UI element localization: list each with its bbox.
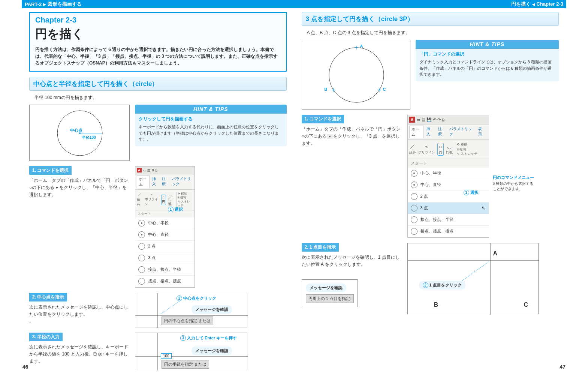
tab-insert[interactable]: 挿入 [425,126,435,138]
app-icon: A [137,168,142,172]
tab-param[interactable]: パラメトリック [170,176,193,188]
anno-select-1: 1選択 [168,207,183,212]
section1-lead: 半径 100 mmの円を描きます。 [29,94,287,101]
anno-input-enter: 3入力して Enter キーを押す [180,335,237,341]
tool-arc[interactable]: 円弧 [168,197,174,207]
tool-line[interactable]: 線分 [409,150,416,155]
menu-item-3point[interactable]: 3 点 [135,252,195,264]
figure-circle-center-radius: 中心点 半径100 [29,105,130,161]
ribbon-mock-big: A▭ ▤ 💾 ↶ ↷ ⎙ ホーム挿入注釈パラメトリック表示 ／線分 ⌁ポリライン… [407,115,489,238]
anno-msg-confirm-3: メッセージを確認 [192,346,232,355]
step1-body: 「ホーム」タブの「作成」パネルで「円」ボタン○の下にある ▾ をクリックし、「中… [29,177,130,199]
fig-pt-c: C [524,302,528,308]
svg-line-5 [161,301,180,314]
anno-msg-confirm: メッセージを確認 [192,305,232,314]
ribbon-mock-small: A▭ ▤ ⧉ ⎙ ホーム挿入注釈パラメトリック ／線分 ⌁ポリライン ○円 ◡円… [135,166,195,288]
msg-prompt-box: メッセージを確認 円周上の 1 点目を指定: [302,279,358,307]
left-page: Chapter 2-3 円を描く 円を描く方法は、作図条件によって 6 通りの中… [22,12,294,375]
start-tab[interactable]: スタート [135,210,195,218]
figure-step3: 3入力して Enter キーを押す メッセージを確認 100 円の半径を指定 ま… [135,333,247,370]
tool-line[interactable]: 線分 [137,198,142,207]
tool-arc[interactable]: 円弧 [446,150,453,155]
right-page: 3 点を指定して円を描く（circle 3P） A 点、B 点、C 点の 3 点… [294,12,567,375]
dropdown-button[interactable]: ▾ [327,134,333,139]
part-title: 図形を描画する [48,1,82,8]
fig-pt-b: B [434,302,438,308]
chapter-desc: 円を描く方法は、作図条件によって 6 通りの中から選択できます。描きたい円に合っ… [30,46,286,71]
section2-lead: A 点、B 点、C 点の 3 点を指定して円を描きます。 [302,30,559,36]
input-value-100[interactable]: 100 [161,353,172,359]
figure-3p-circle: A B C [302,40,410,110]
tool-circle[interactable]: 円 [162,200,165,204]
figure-step2: 2中心点をクリック メッセージを確認 円の中心点を指定 または [135,293,247,327]
menu-item-center-diameter[interactable]: 中心、直径 [135,229,195,241]
app-icon: A [409,117,415,123]
tool-stretch[interactable]: ストレッチ [461,152,477,156]
hint-title: クリックして円を描画する [135,114,287,123]
hint-header-2: HINT & TIPS [416,40,559,49]
page-header: PART-2 ▶ 図形を描画する 円を描く ◀ Chapter 2-3 [22,0,566,8]
pt-b: B [325,87,328,92]
part-number: PART-2 [25,2,42,7]
step1-bar: 1. コマンドを選択 [29,166,72,175]
tab-home[interactable]: ホーム [409,126,424,138]
chapter-label: Chapter 2-3 [30,13,286,25]
menu-item-2point[interactable]: 2 点 [135,241,195,252]
cursor-icon: ↖ [482,205,486,211]
step2-body: 次に表示されたメッセージを確認し、中心点にしたい位置をクリックします。 [29,304,130,318]
tab-insert[interactable]: 挿入 [150,176,160,188]
menu-item-center-radius[interactable]: 中心、半径 [408,168,489,179]
triangle-right-icon: ▶ [43,2,46,6]
pt-a: A [360,44,363,48]
step3-bar: 3. 半径の入力 [29,333,63,341]
page-number-left: 46 [22,364,28,370]
tool-move[interactable]: 移動 [181,192,187,195]
menu-item-center-diameter[interactable]: 中心、直径 [408,179,489,191]
hint-body-2: ダイナミック入力とコマンドラインでは、オプションから 3 種類の描画条件、「作成… [416,58,559,81]
step1r-body: 「ホーム」タブの「作成」パネルで「円」ボタン○の下にある▾をクリックし、「3 点… [302,126,402,147]
prompt-center: 円の中心点を指定 または [162,316,213,325]
start-tab[interactable]: スタート [408,159,489,168]
side-anno-body: 6 種類の中から選択することができます。 [493,181,534,192]
menu-item-ttt[interactable]: 接点、接点、接点 [408,226,489,237]
figure-label-radius: 半径100 [82,135,96,140]
chapter-intro-box: Chapter 2-3 円を描く 円を描く方法は、作図条件によって 6 通りの中… [29,12,287,72]
svg-point-8 [329,48,384,102]
section2-header: 3 点を指定して円を描く（circle 3P） [302,12,559,26]
tool-move[interactable]: 移動 [461,142,467,146]
tool-copy[interactable]: 複写 [459,147,466,151]
figure-label-center: 中心点 [70,128,82,133]
page-number-right: 47 [560,364,566,370]
step2-bar: 2. 中心点を指示 [29,293,67,302]
hint-box-2: HINT & TIPS 「円」コマンドの選択 ダイナミック入力とコマンドラインで… [416,40,559,81]
step1r-bar: 1. コマンドを選択 [302,115,344,123]
tool-circle[interactable]: 円 [439,150,442,155]
section1-header: 中心点と半径を指定して円を描く（circle） [29,77,287,91]
menu-item-ttr[interactable]: 接点、接点、半径 [408,214,489,226]
tool-polyline[interactable]: ポリライン [145,197,159,207]
triangle-left-icon: ◀ [532,2,535,6]
anno-select-3p: 1選択 [464,190,479,195]
header-chapter: Chapter 2-3 [536,1,563,7]
side-anno-title: 円のコマンドメニュー [493,175,534,180]
msg-confirm-label: メッセージを確認 [306,284,346,292]
menu-item-3point[interactable]: 3 点↖ [408,202,489,214]
menu-item-ttt[interactable]: 接点、接点、接点 [135,276,195,287]
tool-copy[interactable]: 複写 [180,196,186,199]
hint-body: キーボードから数値を入力する代わりに、画面上の任意の位置をクリックしても円が描け… [135,123,287,146]
prompt-radius: 円の半径を指定 または [162,360,209,369]
tab-annotate[interactable]: 注釈 [436,126,447,138]
tab-param[interactable]: パラメトリック [447,126,476,138]
tool-polyline[interactable]: ポリライン [418,150,435,155]
tab-view[interactable]: 表示 [476,126,487,138]
tab-home[interactable]: ホーム [137,176,150,188]
pt-c: C [383,87,386,92]
tool-stretch[interactable]: ストレッチ [178,200,190,207]
tab-annotate[interactable]: 注釈 [160,176,169,188]
step2r-body: 次に表示されたメッセージを確認し、1 点目にしたい位置 A をクリックします。 [302,254,402,268]
anno-click-center: 2中心点をクリック [177,296,216,301]
side-annotation: 円のコマンドメニュー 6 種類の中から選択することができます。 [493,175,534,238]
menu-item-ttr[interactable]: 接点、接点、半径 [135,264,195,276]
figure-3p-click: A B C 21 点目をクリック [407,243,539,314]
menu-item-center-radius[interactable]: 中心、半径 [135,218,195,229]
